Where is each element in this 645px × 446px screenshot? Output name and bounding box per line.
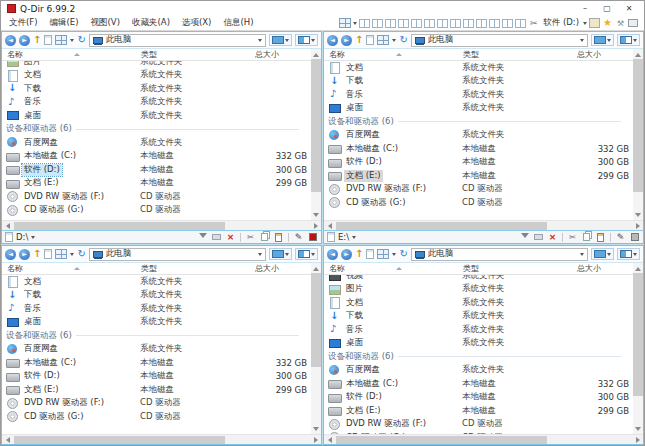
column-type[interactable]: 类型 bbox=[463, 263, 577, 274]
scroll-left-icon[interactable] bbox=[324, 221, 334, 231]
scroll-up-icon[interactable] bbox=[311, 263, 321, 273]
file-row[interactable]: 软件 (D:)本地磁盘300 GB bbox=[324, 156, 633, 170]
layout-preset-button[interactable] bbox=[489, 19, 500, 28]
file-row[interactable]: 下载系统文件夹 bbox=[2, 289, 311, 303]
horizontal-scrollbar[interactable] bbox=[2, 220, 321, 230]
file-name[interactable]: 音乐 bbox=[344, 324, 365, 336]
vertical-scroll-thumb[interactable] bbox=[311, 273, 321, 367]
file-name[interactable]: 文档 (E:) bbox=[344, 405, 383, 417]
view-dropdown-icon[interactable] bbox=[392, 39, 396, 44]
scroll-right-icon[interactable] bbox=[633, 221, 643, 231]
menu-item-1[interactable]: 编辑(E) bbox=[44, 17, 85, 29]
vertical-scrollbar[interactable] bbox=[311, 263, 321, 434]
file-row[interactable]: 软件 (D:)本地磁盘300 GB bbox=[324, 391, 633, 405]
scroll-left-icon[interactable] bbox=[2, 435, 12, 445]
file-name[interactable]: CD 驱动器 (G:) bbox=[22, 411, 85, 423]
file-name[interactable]: 软件 (D:) bbox=[22, 164, 62, 176]
file-row[interactable]: CD 驱动器 (G:)CD 驱动器 bbox=[2, 204, 311, 218]
file-row[interactable]: 本地磁盘 (C:)本地磁盘332 GB bbox=[2, 150, 311, 164]
goto-icon[interactable] bbox=[589, 18, 600, 28]
forward-icon[interactable]: ► bbox=[341, 249, 352, 260]
file-row[interactable]: 下载系统文件夹 bbox=[324, 75, 633, 89]
window-layout-icon[interactable] bbox=[628, 19, 638, 27]
file-row[interactable]: 文档系统文件夹 bbox=[2, 275, 311, 289]
file-name[interactable]: 本地磁盘 (C:) bbox=[344, 378, 400, 390]
refresh-icon[interactable]: ↻ bbox=[399, 35, 407, 45]
file-row[interactable]: 音乐系统文件夹 bbox=[2, 302, 311, 316]
paste-icon[interactable] bbox=[275, 233, 282, 242]
layout-preset-button[interactable] bbox=[437, 19, 448, 28]
scroll-right-icon[interactable] bbox=[311, 435, 321, 445]
file-row[interactable]: 文档系统文件夹 bbox=[2, 69, 311, 83]
filter-icon[interactable] bbox=[199, 233, 207, 242]
file-row[interactable]: 本地磁盘 (C:)本地磁盘332 GB bbox=[2, 356, 311, 370]
group-header[interactable]: 设备和驱动器 (6) bbox=[324, 350, 633, 364]
file-name[interactable]: 软件 (D:) bbox=[22, 370, 62, 382]
scroll-up-icon[interactable] bbox=[311, 49, 321, 59]
drive-dropdown-icon[interactable] bbox=[583, 22, 587, 27]
file-name[interactable]: 桌面 bbox=[344, 337, 365, 349]
scroll-left-icon[interactable] bbox=[2, 221, 12, 231]
menu-item-0[interactable]: 文件(F) bbox=[3, 17, 44, 29]
address-bar[interactable]: 此电脑 bbox=[411, 248, 588, 261]
new-tab-icon[interactable] bbox=[366, 35, 374, 45]
address-dropdown-icon[interactable] bbox=[580, 39, 584, 44]
scroll-down-icon[interactable] bbox=[311, 210, 321, 220]
tools-icon[interactable]: ⚒ bbox=[615, 18, 626, 28]
file-row[interactable]: DVD RW 驱动器 (F:)CD 驱动器 bbox=[324, 418, 633, 432]
new-tab-icon[interactable] bbox=[366, 249, 374, 259]
scroll-right-icon[interactable] bbox=[633, 435, 643, 445]
vertical-scrollbar[interactable] bbox=[633, 263, 643, 434]
file-row[interactable]: 音乐系统文件夹 bbox=[324, 323, 633, 337]
pane-color-indicator[interactable] bbox=[631, 233, 639, 241]
maximize-button[interactable]: ▢ bbox=[596, 2, 618, 15]
file-row[interactable]: 桌面系统文件夹 bbox=[324, 102, 633, 116]
layout-grid-icon[interactable] bbox=[339, 18, 351, 28]
file-name[interactable]: 本地磁盘 (C:) bbox=[22, 150, 78, 162]
address-dropdown-icon[interactable] bbox=[258, 253, 262, 258]
layout-preset-button[interactable] bbox=[359, 19, 370, 28]
file-row[interactable]: 图片系统文件夹 bbox=[324, 283, 633, 297]
view-mode-icon[interactable] bbox=[55, 35, 67, 45]
current-path[interactable]: E:\ bbox=[338, 232, 349, 242]
file-row[interactable]: 软件 (D:)本地磁盘300 GB bbox=[2, 370, 311, 384]
pane-style-split-button[interactable] bbox=[295, 248, 318, 260]
file-name[interactable]: 下载 bbox=[344, 75, 365, 87]
file-row[interactable]: 本地磁盘 (C:)本地磁盘332 GB bbox=[324, 142, 633, 156]
layout-preset-button[interactable] bbox=[385, 19, 396, 28]
file-row[interactable]: 百度网盘系统文件夹 bbox=[2, 136, 311, 150]
file-row[interactable]: 文档系统文件夹 bbox=[324, 296, 633, 310]
pane-view-split-button[interactable] bbox=[591, 34, 614, 46]
file-name[interactable]: DVD RW 驱动器 (F:) bbox=[344, 418, 428, 430]
new-tab-icon[interactable] bbox=[44, 249, 52, 259]
preview-icon[interactable] bbox=[534, 234, 543, 240]
layout-preset-button[interactable] bbox=[476, 19, 487, 28]
file-row[interactable]: 桌面系统文件夹 bbox=[2, 316, 311, 330]
file-name[interactable]: 音乐 bbox=[344, 89, 365, 101]
cut-icon[interactable]: ✂ bbox=[567, 232, 578, 242]
layout-preset-button[interactable] bbox=[502, 19, 513, 28]
file-name[interactable]: 文档 (E:) bbox=[22, 384, 61, 396]
file-row[interactable]: 文档 (E:)本地磁盘299 GB bbox=[2, 177, 311, 191]
horizontal-scroll-thumb[interactable] bbox=[14, 436, 225, 444]
view-dropdown-icon[interactable] bbox=[70, 253, 74, 258]
address-bar[interactable]: 此电脑 bbox=[89, 248, 266, 261]
vertical-scroll-thumb[interactable] bbox=[311, 59, 321, 192]
scroll-left-icon[interactable] bbox=[324, 435, 334, 445]
filter-icon[interactable] bbox=[521, 233, 529, 242]
file-row[interactable]: 下载系统文件夹 bbox=[324, 310, 633, 324]
view-dropdown-icon[interactable] bbox=[392, 253, 396, 258]
file-name[interactable]: 文档 bbox=[344, 297, 365, 309]
paste-icon[interactable] bbox=[597, 233, 604, 242]
layout-preset-button[interactable] bbox=[515, 19, 526, 28]
file-name[interactable]: CD 驱动器 (G:) bbox=[22, 204, 85, 216]
up-icon[interactable]: ↑ bbox=[355, 249, 363, 259]
address-bar[interactable]: 此电脑 bbox=[89, 34, 266, 47]
file-row[interactable]: DVD RW 驱动器 (F:)CD 驱动器 bbox=[2, 190, 311, 204]
view-mode-icon[interactable] bbox=[55, 249, 67, 259]
file-name[interactable]: 本地磁盘 (C:) bbox=[344, 143, 400, 155]
file-row[interactable]: CD 驱动器 (G:)CD 驱动器 bbox=[2, 410, 311, 424]
menu-item-3[interactable]: 收藏夹(A) bbox=[126, 17, 176, 29]
vertical-scroll-thumb[interactable] bbox=[633, 273, 643, 396]
file-name[interactable]: DVD RW 驱动器 (F:) bbox=[344, 183, 428, 195]
